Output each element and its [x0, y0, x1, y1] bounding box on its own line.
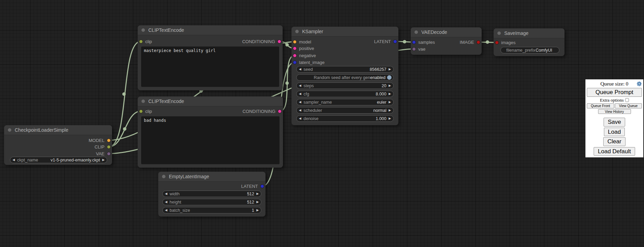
node-clip-text-encode-negative[interactable]: CLIPTextEncode clip CONDITIONING bad han… — [138, 96, 283, 168]
collapse-dot-icon[interactable] — [497, 31, 501, 35]
increment-arrow-icon[interactable]: ▶ — [386, 99, 393, 105]
input-slot-images: images — [495, 39, 516, 46]
decrement-arrow-icon[interactable]: ◀ — [297, 116, 304, 121]
slot-label: model — [299, 39, 311, 44]
batch-size-widget[interactable]: ◀ batch_size 1 ▶ — [162, 207, 261, 213]
extra-options-checkbox[interactable] — [625, 98, 629, 102]
node-title-bar[interactable]: CheckpointLoaderSimple — [4, 125, 112, 135]
sampler-name-widget[interactable]: ◀ sampler_name euler ▶ — [296, 99, 394, 105]
save-button[interactable]: Save — [604, 118, 625, 127]
decrement-arrow-icon[interactable]: ◀ — [297, 91, 304, 97]
random-seed-toggle-widget[interactable]: Random seed after every gen enabled — [296, 74, 394, 81]
queue-size-label: Queue size: 0 — [600, 81, 629, 87]
extra-options-label: Extra options — [600, 98, 624, 103]
clip-input-dot[interactable] — [139, 40, 143, 43]
widget-label: height — [170, 200, 181, 205]
conditioning-output-dot[interactable] — [278, 109, 282, 113]
clip-input-dot[interactable] — [139, 109, 143, 113]
queue-front-button[interactable]: Queue Front — [587, 103, 614, 108]
collapse-dot-icon[interactable] — [8, 128, 11, 132]
image-output-dot[interactable] — [476, 40, 480, 44]
node-title-bar[interactable]: VAEDecode — [411, 27, 482, 37]
slot-label: clip — [145, 39, 152, 44]
increment-arrow-icon[interactable]: ▶ — [254, 199, 261, 205]
increment-arrow-icon[interactable]: ▶ — [386, 66, 393, 72]
clear-button[interactable]: Clear — [603, 137, 626, 146]
increment-arrow-icon[interactable]: ▶ — [386, 83, 393, 89]
increment-arrow-icon[interactable]: ▶ — [386, 107, 393, 113]
decrement-arrow-icon[interactable]: ◀ — [297, 99, 304, 105]
latent-input-dot[interactable] — [293, 61, 297, 64]
node-title-bar[interactable]: KSampler — [292, 27, 398, 37]
node-title-bar[interactable]: EmptyLatentImage — [158, 172, 265, 182]
increment-arrow-icon[interactable]: ▶ — [386, 91, 393, 97]
negative-input-dot[interactable] — [293, 54, 297, 57]
widget-label: batch_size — [170, 208, 190, 213]
model-output-dot[interactable] — [107, 139, 111, 142]
images-input-dot[interactable] — [495, 41, 499, 44]
output-slot-model: MODEL — [89, 137, 111, 143]
node-title-bar[interactable]: SaveImage — [494, 28, 565, 38]
samples-input-dot[interactable] — [412, 40, 416, 44]
node-title-bar[interactable]: CLIPTextEncode — [138, 25, 283, 35]
output-slot-latent: LATENT — [241, 183, 264, 189]
widget-label: seed — [304, 67, 313, 72]
decrement-arrow-icon[interactable]: ◀ — [297, 66, 304, 72]
increment-arrow-icon[interactable]: ▶ — [254, 191, 261, 197]
vae-input-dot[interactable] — [412, 47, 416, 51]
load-default-button[interactable]: Load Default — [594, 147, 635, 156]
width-widget[interactable]: ◀ width 512 ▶ — [162, 191, 261, 197]
steps-widget[interactable]: ◀ steps 20 ▶ — [296, 82, 394, 89]
decrement-arrow-icon[interactable]: ◀ — [163, 207, 170, 213]
node-title: KSampler — [302, 29, 323, 34]
collapse-dot-icon[interactable] — [141, 100, 145, 103]
conditioning-output-dot[interactable] — [277, 40, 281, 43]
widget-label: cfg — [304, 92, 309, 96]
node-vae-decode[interactable]: VAEDecode samples vae IMAGE — [411, 27, 482, 55]
clip-output-dot[interactable] — [107, 145, 111, 149]
increment-arrow-icon[interactable]: ▶ — [386, 116, 393, 121]
model-input-dot[interactable] — [293, 40, 297, 44]
height-widget[interactable]: ◀ height 512 ▶ — [162, 199, 261, 205]
prompt-text-input[interactable]: bad hands — [141, 116, 280, 164]
scheduler-widget[interactable]: ◀ scheduler normal ▶ — [296, 107, 394, 114]
node-title-bar[interactable]: CLIPTextEncode — [138, 96, 283, 106]
decrement-arrow-icon[interactable]: ◀ — [10, 157, 17, 163]
widget-value: 20 — [382, 83, 386, 88]
decrement-arrow-icon[interactable]: ◀ — [163, 199, 170, 205]
toggle-dot-icon[interactable] — [387, 75, 392, 80]
input-slot-latent-image: latent_image — [293, 59, 324, 65]
view-queue-button[interactable]: View Queue — [615, 103, 642, 108]
settings-gear-icon[interactable] — [636, 81, 642, 87]
filename-prefix-widget[interactable]: filename_prefix ComfyUI — [500, 47, 559, 53]
queue-prompt-button[interactable]: Queue Prompt — [587, 88, 642, 97]
increment-arrow-icon[interactable]: ▶ — [100, 157, 107, 163]
node-checkpoint-loader[interactable]: CheckpointLoaderSimple MODEL CLIP VAE ◀ … — [4, 125, 112, 165]
collapse-dot-icon[interactable] — [141, 28, 145, 32]
decrement-arrow-icon[interactable]: ◀ — [297, 83, 304, 89]
decrement-arrow-icon[interactable]: ◀ — [163, 191, 170, 197]
output-slot-clip: CLIP — [95, 144, 111, 150]
prompt-text-input[interactable]: masterpiece best quality girl — [141, 47, 279, 87]
latent-output-dot[interactable] — [393, 40, 397, 43]
positive-input-dot[interactable] — [293, 47, 297, 50]
ckpt-name-widget[interactable]: ◀ ckpt_name v1-5-pruned-emaonly.ckpt ▶ — [10, 157, 107, 163]
denoise-widget[interactable]: ◀ denoise 1.000 ▶ — [296, 115, 394, 122]
view-history-button[interactable]: View History — [598, 109, 631, 114]
node-save-image[interactable]: SaveImage images filename_prefix ComfyUI — [494, 28, 565, 56]
latent-output-dot[interactable] — [260, 184, 264, 188]
node-ksampler[interactable]: KSampler model positive negative latent_… — [292, 27, 398, 125]
seed-widget[interactable]: ◀ seed 8566257 ▶ — [296, 66, 394, 73]
widget-label: width — [170, 192, 179, 196]
node-empty-latent-image[interactable]: EmptyLatentImage LATENT ◀ width 512 ▶ ◀ … — [158, 172, 265, 217]
cfg-widget[interactable]: ◀ cfg 8.000 ▶ — [296, 91, 394, 97]
load-button[interactable]: Load — [604, 128, 625, 136]
node-clip-text-encode-positive[interactable]: CLIPTextEncode clip CONDITIONING masterp… — [138, 25, 283, 90]
increment-arrow-icon[interactable]: ▶ — [254, 207, 261, 213]
widget-value: normal — [373, 108, 386, 113]
decrement-arrow-icon[interactable]: ◀ — [297, 107, 304, 113]
collapse-dot-icon[interactable] — [162, 175, 165, 178]
vae-output-dot[interactable] — [107, 152, 111, 156]
collapse-dot-icon[interactable] — [295, 30, 299, 33]
collapse-dot-icon[interactable] — [414, 30, 418, 34]
